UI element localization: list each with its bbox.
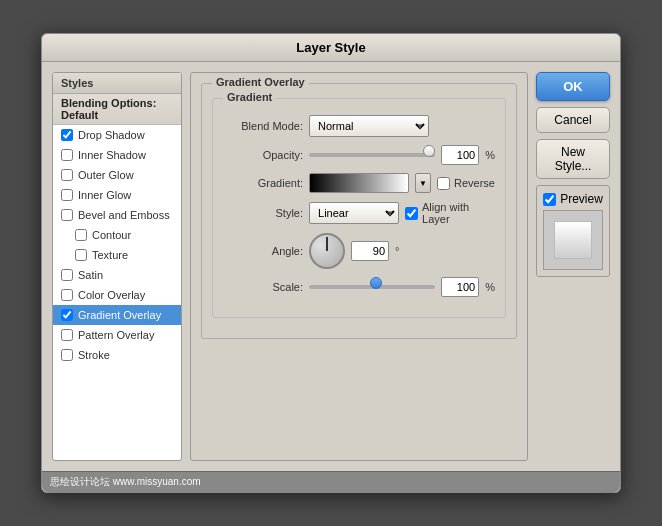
layer-item-pattern-overlay[interactable]: Pattern Overlay xyxy=(53,325,181,345)
left-panel: Styles Blending Options: Default Drop Sh… xyxy=(52,72,182,461)
scale-row: Scale: % xyxy=(223,277,495,297)
dialog-title: Layer Style xyxy=(42,34,620,62)
bevel-emboss-checkbox[interactable] xyxy=(61,209,73,221)
layer-item-inner-glow[interactable]: Inner Glow xyxy=(53,185,181,205)
right-panel: OK Cancel New Style... Preview xyxy=(536,72,610,461)
drop-shadow-label: Drop Shadow xyxy=(78,129,145,141)
ok-button[interactable]: OK xyxy=(536,72,610,101)
opacity-input[interactable] xyxy=(441,145,479,165)
bottom-bar: 思绘设计论坛 www.missyuan.com xyxy=(42,471,620,492)
style-label: Style: xyxy=(223,207,303,219)
bottom-bar-text: 思绘设计论坛 www.missyuan.com xyxy=(50,476,201,487)
gradient-overlay-title: Gradient Overlay xyxy=(212,76,309,88)
align-with-layer-checkbox[interactable] xyxy=(405,207,418,220)
gradient-row: Gradient: ▼ Reverse xyxy=(223,173,495,193)
gradient-overlay-group: Gradient Overlay Gradient Blend Mode: No… xyxy=(201,83,517,339)
angle-unit: ° xyxy=(395,245,399,257)
texture-label: Texture xyxy=(92,249,128,261)
outer-glow-checkbox[interactable] xyxy=(61,169,73,181)
preview-canvas xyxy=(543,210,603,270)
cancel-button[interactable]: Cancel xyxy=(536,107,610,133)
preview-checkbox[interactable] xyxy=(543,193,556,206)
center-panel: Gradient Overlay Gradient Blend Mode: No… xyxy=(190,72,528,461)
scale-input[interactable] xyxy=(441,277,479,297)
drop-shadow-checkbox[interactable] xyxy=(61,129,73,141)
gradient-swatch[interactable] xyxy=(309,173,409,193)
inner-shadow-label: Inner Shadow xyxy=(78,149,146,161)
angle-input[interactable] xyxy=(351,241,389,261)
style-select[interactable]: Linear Radial Angle Reflected Diamond xyxy=(309,202,399,224)
blending-options-label[interactable]: Blending Options: Default xyxy=(53,94,181,125)
angle-label: Angle: xyxy=(223,245,303,257)
scale-label: Scale: xyxy=(223,281,303,293)
texture-checkbox[interactable] xyxy=(75,249,87,261)
gradient-arrow-btn[interactable]: ▼ xyxy=(415,173,431,193)
color-overlay-checkbox[interactable] xyxy=(61,289,73,301)
pattern-overlay-checkbox[interactable] xyxy=(61,329,73,341)
color-overlay-label: Color Overlay xyxy=(78,289,145,301)
gradient-label: Gradient: xyxy=(223,177,303,189)
inner-glow-label: Inner Glow xyxy=(78,189,131,201)
blend-mode-row: Blend Mode: Normal Dissolve Multiply Scr… xyxy=(223,115,495,137)
contour-checkbox[interactable] xyxy=(75,229,87,241)
dialog-body: Styles Blending Options: Default Drop Sh… xyxy=(42,62,620,471)
pattern-overlay-label: Pattern Overlay xyxy=(78,329,154,341)
layer-item-gradient-overlay[interactable]: Gradient Overlay xyxy=(53,305,181,325)
gradient-group: Gradient Blend Mode: Normal Dissolve Mul… xyxy=(212,98,506,318)
gradient-overlay-checkbox[interactable] xyxy=(61,309,73,321)
new-style-button[interactable]: New Style... xyxy=(536,139,610,179)
style-select-wrapper: Linear Radial Angle Reflected Diamond xyxy=(309,202,399,224)
scale-slider-track[interactable] xyxy=(309,281,435,293)
opacity-slider-track[interactable] xyxy=(309,149,435,161)
layer-item-drop-shadow[interactable]: Drop Shadow xyxy=(53,125,181,145)
reverse-label[interactable]: Reverse xyxy=(437,177,495,190)
dial-line xyxy=(326,237,328,251)
layer-style-dialog: Layer Style Styles Blending Options: Def… xyxy=(41,33,621,493)
opacity-label: Opacity: xyxy=(223,149,303,161)
opacity-slider-thumb[interactable] xyxy=(423,145,435,157)
layer-item-bevel-emboss[interactable]: Bevel and Emboss xyxy=(53,205,181,225)
opacity-unit: % xyxy=(485,149,495,161)
satin-label: Satin xyxy=(78,269,103,281)
angle-row: Angle: ° xyxy=(223,233,495,269)
reverse-text: Reverse xyxy=(454,177,495,189)
blend-mode-select[interactable]: Normal Dissolve Multiply Screen Overlay xyxy=(309,115,429,137)
stroke-checkbox[interactable] xyxy=(61,349,73,361)
outer-glow-label: Outer Glow xyxy=(78,169,134,181)
layer-item-inner-shadow[interactable]: Inner Shadow xyxy=(53,145,181,165)
inner-glow-checkbox[interactable] xyxy=(61,189,73,201)
gradient-title: Gradient xyxy=(223,91,276,103)
align-with-layer-text: Align with Layer xyxy=(422,201,495,225)
scale-unit: % xyxy=(485,281,495,293)
layer-item-stroke[interactable]: Stroke xyxy=(53,345,181,365)
opacity-row: Opacity: % xyxy=(223,145,495,165)
preview-checkbox-row: Preview xyxy=(543,192,603,206)
layer-item-contour[interactable]: Contour xyxy=(53,225,181,245)
satin-checkbox[interactable] xyxy=(61,269,73,281)
preview-label: Preview xyxy=(560,192,603,206)
reverse-checkbox[interactable] xyxy=(437,177,450,190)
stroke-label: Stroke xyxy=(78,349,110,361)
layer-item-color-overlay[interactable]: Color Overlay xyxy=(53,285,181,305)
layer-item-satin[interactable]: Satin xyxy=(53,265,181,285)
inner-shadow-checkbox[interactable] xyxy=(61,149,73,161)
preview-box: Preview xyxy=(536,185,610,277)
layer-item-texture[interactable]: Texture xyxy=(53,245,181,265)
bevel-emboss-label: Bevel and Emboss xyxy=(78,209,170,221)
blend-mode-select-wrapper: Normal Dissolve Multiply Screen Overlay xyxy=(309,115,429,137)
styles-header: Styles xyxy=(53,73,181,94)
align-with-layer-label[interactable]: Align with Layer xyxy=(405,201,495,225)
contour-label: Contour xyxy=(92,229,131,241)
style-row: Style: Linear Radial Angle Reflected Dia… xyxy=(223,201,495,225)
scale-slider-thumb[interactable] xyxy=(370,277,382,289)
layer-item-outer-glow[interactable]: Outer Glow xyxy=(53,165,181,185)
angle-dial[interactable] xyxy=(309,233,345,269)
blend-mode-label: Blend Mode: xyxy=(223,120,303,132)
preview-inner xyxy=(554,221,592,259)
gradient-overlay-label: Gradient Overlay xyxy=(78,309,161,321)
